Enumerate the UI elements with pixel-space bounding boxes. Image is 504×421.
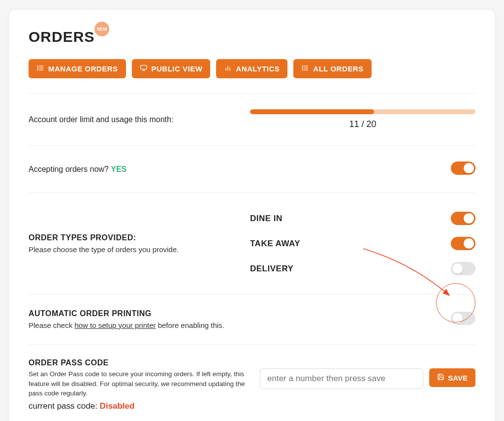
passcode-left: ORDER PASS CODE Set an Order Pass code t… bbox=[29, 358, 250, 411]
manage-orders-button[interactable]: MANAGE ORDERS bbox=[29, 59, 126, 78]
printer-setup-link[interactable]: how to setup your printer bbox=[74, 321, 156, 329]
accepting-label-wrap: Accepting orders now? YES bbox=[29, 165, 250, 174]
order-types-left: ORDER TYPES PROVIDED: Please choose the … bbox=[29, 233, 250, 254]
order-types-title: ORDER TYPES PROVIDED: bbox=[29, 233, 250, 242]
new-badge: NEW bbox=[94, 22, 109, 36]
delivery-toggle[interactable] bbox=[451, 262, 475, 275]
passcode-current: current pass code: Disabled bbox=[29, 401, 250, 411]
auto-print-left: AUTOMATIC ORDER PRINTING Please check ho… bbox=[29, 309, 224, 329]
public-view-button[interactable]: PUBLIC VIEW bbox=[132, 59, 211, 78]
svg-point-3 bbox=[37, 65, 38, 66]
usage-label: Account order limit and usage this month… bbox=[29, 115, 250, 124]
usage-progress-fill bbox=[250, 109, 374, 114]
passcode-title: ORDER PASS CODE bbox=[29, 358, 250, 367]
auto-print-toggle[interactable] bbox=[451, 312, 475, 325]
auto-print-title: AUTOMATIC ORDER PRINTING bbox=[29, 309, 224, 318]
auto-print-prefix: Please check bbox=[29, 321, 74, 329]
button-label: ALL ORDERS bbox=[313, 65, 363, 73]
order-types-list: DINE IN TAKE AWAY DELIVERY bbox=[250, 206, 475, 281]
svg-point-5 bbox=[37, 69, 38, 70]
save-button[interactable]: SAVE bbox=[429, 368, 475, 387]
order-types-subtitle: Please choose the type of orders you pro… bbox=[29, 245, 250, 254]
auto-print-suffix: before enabling this. bbox=[156, 321, 224, 329]
orders-card: ORDERS NEW MANAGE ORDERS PUBLIC VIEW ANA… bbox=[9, 10, 495, 421]
bar-chart-icon bbox=[224, 64, 232, 73]
passcode-current-value: Disabled bbox=[100, 401, 135, 411]
accepting-toggle-wrap bbox=[451, 162, 475, 177]
dinein-toggle[interactable] bbox=[451, 212, 475, 225]
passcode-desc: Set an Order Pass code to secure your in… bbox=[29, 369, 250, 398]
passcode-section: ORDER PASS CODE Set an Order Pass code t… bbox=[29, 345, 475, 411]
type-label: DINE IN bbox=[250, 214, 283, 224]
usage-progress-wrap: 11 / 20 bbox=[250, 109, 475, 130]
order-types-section: ORDER TYPES PROVIDED: Please choose the … bbox=[29, 193, 475, 294]
passcode-input[interactable] bbox=[260, 368, 423, 389]
accepting-toggle[interactable] bbox=[451, 162, 475, 175]
save-label: SAVE bbox=[448, 374, 468, 382]
passcode-current-label: current pass code: bbox=[29, 401, 100, 411]
analytics-button[interactable]: ANALYTICS bbox=[216, 59, 287, 78]
usage-progress-bar bbox=[250, 109, 475, 114]
type-row-dinein: DINE IN bbox=[250, 206, 475, 231]
auto-print-desc: Please check how to setup your printer b… bbox=[29, 321, 224, 329]
button-label: ANALYTICS bbox=[236, 65, 280, 73]
type-row-takeaway: TAKE AWAY bbox=[250, 231, 475, 256]
svg-point-16 bbox=[302, 67, 303, 68]
top-button-row: MANAGE ORDERS PUBLIC VIEW ANALYTICS ALL … bbox=[29, 59, 475, 78]
svg-point-15 bbox=[302, 65, 303, 66]
monitor-icon bbox=[140, 64, 148, 73]
takeaway-toggle[interactable] bbox=[451, 237, 475, 250]
title-wrap: ORDERS NEW bbox=[29, 29, 94, 45]
accepting-section: Accepting orders now? YES bbox=[29, 146, 475, 193]
svg-point-17 bbox=[302, 69, 303, 70]
usage-progress-text: 11 / 20 bbox=[250, 119, 475, 130]
button-label: MANAGE ORDERS bbox=[48, 65, 118, 73]
auto-print-toggle-wrap bbox=[451, 312, 475, 327]
list-icon bbox=[36, 64, 44, 73]
page-title: ORDERS bbox=[29, 29, 94, 45]
type-row-delivery: DELIVERY bbox=[250, 256, 475, 281]
type-label: DELIVERY bbox=[250, 264, 293, 274]
usage-section: Account order limit and usage this month… bbox=[29, 94, 475, 145]
passcode-right: SAVE bbox=[260, 358, 475, 389]
svg-rect-6 bbox=[141, 65, 147, 69]
auto-print-section: AUTOMATIC ORDER PRINTING Please check ho… bbox=[29, 294, 475, 344]
all-orders-button[interactable]: ALL ORDERS bbox=[293, 59, 371, 78]
button-label: PUBLIC VIEW bbox=[152, 65, 203, 73]
list-icon bbox=[301, 64, 309, 73]
save-icon bbox=[437, 373, 444, 382]
accepting-value: YES bbox=[111, 165, 126, 173]
type-label: TAKE AWAY bbox=[250, 239, 300, 249]
accepting-label: Accepting orders now? bbox=[29, 165, 111, 173]
svg-point-4 bbox=[37, 67, 38, 68]
